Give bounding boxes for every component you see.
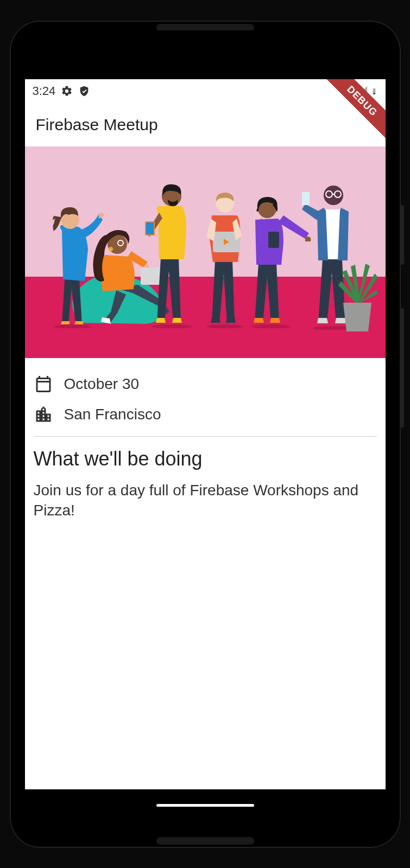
plant-illustration (336, 264, 379, 334)
battery-icon (370, 85, 378, 97)
person-illustration (142, 179, 201, 328)
gear-icon (61, 85, 73, 97)
phone-frame: DEBUG 3:24 Firebase Meetup (10, 21, 401, 848)
svg-point-5 (109, 247, 113, 251)
location-row: San Francisco (34, 399, 377, 430)
app-bar: Firebase Meetup (25, 103, 386, 146)
section-body: Join us for a day full of Firebase Works… (34, 480, 377, 521)
svg-rect-8 (146, 222, 154, 234)
status-time: 3:24 (33, 84, 56, 98)
calendar-icon (34, 374, 53, 394)
divider (34, 436, 377, 437)
shield-icon (78, 85, 90, 97)
content: October 30 San Francisco What we'll be d… (25, 358, 386, 789)
power-button[interactable] (401, 205, 404, 265)
status-left: 3:24 (33, 84, 91, 98)
svg-rect-14 (268, 232, 279, 248)
phone-inner: DEBUG 3:24 Firebase Meetup (20, 30, 391, 838)
svg-point-13 (251, 324, 291, 328)
section-heading: What we'll be doing (34, 448, 377, 470)
nav-pill-icon[interactable] (156, 804, 254, 807)
event-location: San Francisco (64, 406, 161, 423)
svg-point-6 (151, 324, 192, 328)
svg-rect-17 (302, 192, 310, 205)
speaker-bottom (156, 837, 254, 845)
hero-image (25, 146, 386, 358)
date-row: October 30 (34, 369, 377, 399)
city-icon (34, 405, 53, 424)
event-date: October 30 (64, 375, 140, 393)
volume-button[interactable] (401, 308, 404, 427)
system-nav-bar[interactable] (25, 789, 386, 822)
app-title: Firebase Meetup (36, 116, 158, 134)
screen: DEBUG 3:24 Firebase Meetup (25, 79, 386, 789)
svg-point-10 (206, 324, 243, 328)
